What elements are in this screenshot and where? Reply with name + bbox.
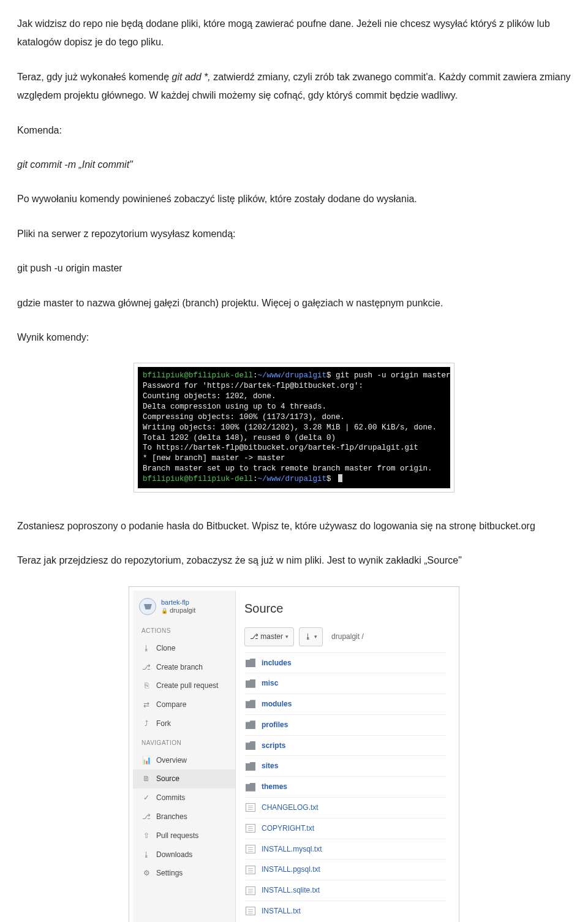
paragraph: Teraz jak przejdziesz do repozytorium, z… xyxy=(17,551,571,570)
file-row[interactable]: misc xyxy=(244,673,447,693)
file-row[interactable]: INSTALL.sqlite.txt xyxy=(244,880,447,901)
action-icon: ⎇ xyxy=(141,660,151,674)
file-row[interactable]: INSTALL.mysql.txt xyxy=(244,839,447,860)
sidebar-item-overview[interactable]: 📊Overview xyxy=(133,751,235,770)
action-icon: ⤴ xyxy=(141,717,151,731)
bitbucket-screenshot: bartek-flp 🔒drupalgit ACTIONS ⭳Clone⎇Cre… xyxy=(129,586,459,922)
breadcrumb: drupalgit / xyxy=(331,630,364,644)
file-name: profiles xyxy=(262,718,288,732)
sidebar-item-label: Create pull request xyxy=(156,679,229,693)
sidebar-item-fork[interactable]: ⤴Fork xyxy=(133,714,235,733)
nav-icon: ⇧ xyxy=(141,829,151,843)
paragraph: Jak widzisz do repo nie będą dodane plik… xyxy=(17,15,571,52)
folder-icon xyxy=(246,700,255,708)
file-list: includesmiscmodulesprofilesscriptssitest… xyxy=(244,652,447,921)
terminal-screenshot: bfilipiuk@bfilipiuk-dell:~/www/drupalgit… xyxy=(134,363,454,493)
repo-name: 🔒drupalgit xyxy=(161,606,195,614)
file-name: COPYRIGHT.txt xyxy=(262,822,314,836)
file-row[interactable]: CHANGELOG.txt xyxy=(244,797,447,818)
action-icon: ⭳ xyxy=(141,641,151,656)
terminal: bfilipiuk@bfilipiuk-dell:~/www/drupalgit… xyxy=(138,367,450,488)
file-row[interactable]: includes xyxy=(244,652,447,673)
folder-icon xyxy=(246,679,255,688)
file-name: includes xyxy=(262,656,292,670)
file-name: INSTALL.mysql.txt xyxy=(262,842,322,856)
sidebar-item-label: Commits xyxy=(156,791,229,805)
folder-icon xyxy=(246,720,255,729)
nav-icon: ⎇ xyxy=(141,810,151,824)
action-icon: ⎘ xyxy=(141,679,151,693)
sidebar-item-clone[interactable]: ⭳Clone xyxy=(133,639,235,658)
file-name: CHANGELOG.txt xyxy=(262,801,318,815)
sidebar-item-source[interactable]: 🗎Source xyxy=(133,769,235,788)
file-icon xyxy=(246,824,255,833)
sidebar-item-branches[interactable]: ⎇Branches xyxy=(133,807,235,826)
sidebar-item-label: Pull requests xyxy=(156,829,229,843)
sidebar-item-label: Overview xyxy=(156,754,229,768)
paragraph: gdzie master to nazwa głównej gałęzi (br… xyxy=(17,294,571,312)
sidebar-item-label: Compare xyxy=(156,698,229,712)
nav-icon: ⚙ xyxy=(141,866,151,880)
folder-icon xyxy=(246,783,255,792)
chevron-down-icon: ▾ xyxy=(314,632,317,642)
sidebar-item-create-pr[interactable]: ⎘Create pull request xyxy=(133,676,235,695)
sidebar-item-commits[interactable]: ✓Commits xyxy=(133,788,235,807)
repo-header[interactable]: bartek-flp 🔒drupalgit xyxy=(133,595,235,621)
file-row[interactable]: themes xyxy=(244,776,447,797)
paragraph: Wynik komendy: xyxy=(17,328,571,347)
file-name: sites xyxy=(262,759,278,773)
panel-title: Source xyxy=(244,597,447,620)
file-row[interactable]: sites xyxy=(244,755,447,776)
sidebar-item-label: Branches xyxy=(156,810,229,824)
sidebar-item-settings[interactable]: ⚙Settings xyxy=(133,864,235,883)
sidebar-item-label: Settings xyxy=(156,866,229,880)
sidebar-item-create-branch[interactable]: ⎇Create branch xyxy=(133,658,235,677)
folder-icon xyxy=(246,762,255,771)
chevron-down-icon: ▾ xyxy=(285,632,288,642)
file-row[interactable]: scripts xyxy=(244,735,447,756)
sidebar-item-label: Create branch xyxy=(156,660,229,674)
sidebar-item-downloads[interactable]: ⭳Downloads xyxy=(133,845,235,864)
action-icon: ⇄ xyxy=(141,698,151,712)
sidebar: bartek-flp 🔒drupalgit ACTIONS ⭳Clone⎇Cre… xyxy=(133,591,236,922)
file-name: scripts xyxy=(262,739,285,753)
file-icon xyxy=(246,845,255,853)
nav-icon: 📊 xyxy=(141,754,151,768)
file-name: INSTALL.sqlite.txt xyxy=(262,883,320,897)
file-row[interactable]: INSTALL.txt xyxy=(244,901,447,921)
source-panel: Source ⎇ master ▾ ⭳ ▾ drupalgit / includ… xyxy=(236,591,455,922)
sidebar-item-label: Clone xyxy=(156,641,229,656)
bucket-icon xyxy=(139,598,156,615)
file-row[interactable]: profiles xyxy=(244,714,447,735)
file-icon xyxy=(246,886,255,895)
sidebar-item-label: Downloads xyxy=(156,848,229,862)
section-title-actions: ACTIONS xyxy=(133,621,235,639)
branch-icon: ⎇ xyxy=(250,630,258,644)
paragraph: Teraz, gdy już wykonałeś komendę git add… xyxy=(17,68,571,105)
nav-icon: 🗎 xyxy=(141,772,151,786)
branch-selector[interactable]: ⎇ master ▾ xyxy=(244,627,294,646)
file-name: themes xyxy=(262,780,287,794)
download-icon: ⭳ xyxy=(304,630,312,644)
file-row[interactable]: INSTALL.pgsql.txt xyxy=(244,859,447,880)
command-line: git push -u origin master xyxy=(17,259,571,278)
sidebar-item-prs[interactable]: ⇧Pull requests xyxy=(133,826,235,845)
paragraph: Komenda: xyxy=(17,121,571,140)
file-name: misc xyxy=(262,676,278,690)
file-row[interactable]: modules xyxy=(244,693,447,714)
file-name: modules xyxy=(262,697,292,711)
inline-command: git add *, xyxy=(172,72,211,82)
file-name: INSTALL.txt xyxy=(262,904,301,918)
download-button[interactable]: ⭳ ▾ xyxy=(299,627,323,646)
file-row[interactable]: COPYRIGHT.txt xyxy=(244,818,447,839)
command-line: git commit -m „Init commit" xyxy=(17,156,571,174)
branch-name: master xyxy=(260,630,283,644)
file-icon xyxy=(246,907,255,915)
file-icon xyxy=(246,866,255,874)
paragraph: Pliki na serwer z repozytorium wysyłasz … xyxy=(17,225,571,243)
file-icon xyxy=(246,803,255,812)
folder-icon xyxy=(246,659,255,667)
repo-owner: bartek-flp xyxy=(161,599,195,606)
sidebar-item-compare[interactable]: ⇄Compare xyxy=(133,695,235,714)
sidebar-item-label: Source xyxy=(156,772,229,786)
